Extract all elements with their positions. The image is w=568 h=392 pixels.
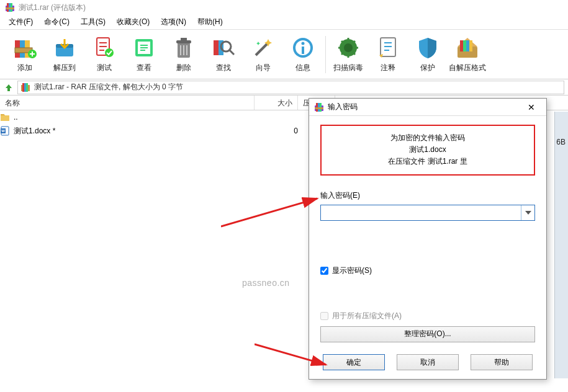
close-button[interactable]: ✕ <box>521 100 541 115</box>
delete-icon <box>171 35 196 60</box>
password-dropdown[interactable] <box>521 205 534 220</box>
column-size[interactable]: 大小 <box>255 96 298 110</box>
show-password-checkbox[interactable]: 显示密码(S) <box>320 265 535 276</box>
toolbar: 添加 解压到 测试 查看 删除 查找 向导 <box>0 30 568 79</box>
file-name: 测试1.docx * <box>14 126 55 136</box>
file-size: 0 <box>255 127 298 135</box>
protect-icon <box>415 35 440 60</box>
path-bar: 测试1.rar - RAR 压缩文件, 解包大小为 0 字节 <box>0 79 568 96</box>
svg-rect-45 <box>315 107 323 109</box>
comment-icon <box>376 35 400 60</box>
password-input-wrap <box>320 205 535 221</box>
all-archives-input <box>320 312 328 320</box>
view-icon <box>132 35 156 60</box>
ok-button[interactable]: 确定 <box>323 354 385 370</box>
dialog-info-line1: 为加密的文件输入密码 <box>328 132 528 144</box>
password-input[interactable] <box>321 205 521 220</box>
toolbar-label: 解压到 <box>53 63 76 73</box>
word-doc-icon: W <box>0 126 10 136</box>
toolbar-label: 扫描病毒 <box>333 63 363 73</box>
svg-point-27 <box>344 43 353 52</box>
svg-rect-19 <box>214 40 219 55</box>
extract-icon <box>52 35 77 60</box>
toolbar-label: 自解压格式 <box>449 63 486 73</box>
folder-icon <box>0 112 10 122</box>
all-archives-label: 用于所有压缩文件(A) <box>332 311 402 321</box>
dialog-info-box: 为加密的文件输入密码 测试1.docx 在压缩文件 测试1.rar 里 <box>320 125 535 176</box>
toolbar-info-button[interactable]: 信息 <box>283 33 323 76</box>
show-password-input[interactable] <box>320 267 328 275</box>
toolbar-label: 保护 <box>420 63 435 73</box>
svg-rect-18 <box>181 38 187 40</box>
toolbar-view-button[interactable]: 查看 <box>124 33 164 76</box>
winrar-icon <box>314 102 324 112</box>
svg-rect-32 <box>466 40 469 51</box>
cancel-button[interactable]: 取消 <box>397 354 459 370</box>
dialog-info-line3: 在压缩文件 测试1.rar 里 <box>328 156 528 167</box>
watermark-text: passneo.cn <box>242 278 290 288</box>
dialog-title: 输入密码 <box>328 102 518 112</box>
toolbar-label: 删除 <box>176 63 191 73</box>
toolbar-label: 向导 <box>256 63 271 73</box>
svg-rect-35 <box>22 83 24 92</box>
dialog-title-bar: 输入密码 ✕ <box>309 99 546 116</box>
info-icon <box>291 35 315 60</box>
window-title: 测试1.rar (评估版本) <box>19 2 86 13</box>
svg-rect-36 <box>24 83 26 92</box>
svg-rect-4 <box>6 7 14 9</box>
toolbar-scan-button[interactable]: 扫描病毒 <box>328 33 368 76</box>
svg-rect-37 <box>26 83 28 92</box>
column-name[interactable]: 名称 <box>0 96 255 110</box>
toolbar-protect-button[interactable]: 保护 <box>408 33 448 76</box>
all-archives-checkbox[interactable]: 用于所有压缩文件(A) <box>320 311 535 321</box>
up-level-icon[interactable] <box>4 82 14 92</box>
toolbar-label: 测试 <box>97 63 112 73</box>
toolbar-comment-button[interactable]: 注释 <box>368 33 408 76</box>
dialog-info-line2: 测试1.docx <box>328 144 528 156</box>
password-dialog: 输入密码 ✕ 为加密的文件输入密码 测试1.docx 在压缩文件 测试1.rar… <box>309 98 547 380</box>
toolbar-label: 查看 <box>137 63 151 73</box>
winrar-icon <box>5 2 15 12</box>
add-icon <box>12 35 37 60</box>
toolbar-separator <box>325 36 326 73</box>
file-name: .. <box>14 113 18 122</box>
menu-tools[interactable]: 工具(S) <box>76 15 110 29</box>
scan-virus-icon <box>336 35 361 60</box>
menu-favorites[interactable]: 收藏夹(O) <box>112 15 155 29</box>
toolbar-label: 添加 <box>17 63 32 73</box>
toolbar-add-button[interactable]: 添加 <box>5 33 45 76</box>
find-icon <box>211 35 236 60</box>
help-button[interactable]: 帮助 <box>471 354 533 370</box>
toolbar-extract-button[interactable]: 解压到 <box>45 33 84 76</box>
archive-icon <box>20 82 30 92</box>
svg-point-24 <box>302 42 305 45</box>
toolbar-sfx-button[interactable]: 自解压格式 <box>448 33 487 76</box>
svg-rect-30 <box>460 40 463 51</box>
svg-line-46 <box>221 198 317 226</box>
menu-commands[interactable]: 命令(C) <box>39 15 74 29</box>
toolbar-delete-button[interactable]: 删除 <box>164 33 204 76</box>
svg-text:W: W <box>1 129 5 133</box>
svg-rect-17 <box>176 40 191 43</box>
wizard-icon <box>251 35 276 60</box>
password-label: 输入密码(E) <box>320 190 535 201</box>
svg-point-13 <box>105 48 114 57</box>
path-text[interactable]: 测试1.rar - RAR 压缩文件, 解包大小为 0 字节 <box>34 82 561 92</box>
menu-help[interactable]: 帮助(H) <box>192 15 228 29</box>
toolbar-label: 注释 <box>381 63 395 73</box>
show-password-label: 显示密码(S) <box>332 265 372 276</box>
menu-bar: 文件(F) 命令(C) 工具(S) 收藏夹(O) 选项(N) 帮助(H) <box>0 15 568 30</box>
svg-rect-33 <box>469 40 472 51</box>
title-bar: 测试1.rar (评估版本) <box>0 0 568 15</box>
toolbar-test-button[interactable]: 测试 <box>84 33 124 76</box>
toolbar-wizard-button[interactable]: 向导 <box>243 33 283 76</box>
organize-passwords-button[interactable]: 整理密码(O)... <box>320 326 535 342</box>
right-panel-strip <box>554 112 568 378</box>
menu-file[interactable]: 文件(F) <box>4 15 38 29</box>
menu-options[interactable]: 选项(N) <box>156 15 191 29</box>
toolbar-label: 查找 <box>216 63 231 73</box>
svg-rect-31 <box>463 40 466 51</box>
right-label: 6B <box>556 138 566 146</box>
test-icon <box>92 35 117 60</box>
toolbar-find-button[interactable]: 查找 <box>204 33 243 76</box>
